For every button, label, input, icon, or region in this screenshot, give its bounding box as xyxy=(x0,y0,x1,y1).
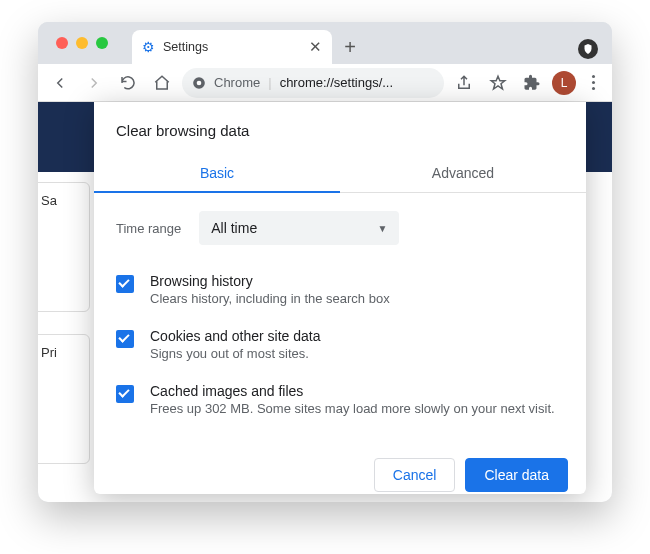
bookmark-button[interactable] xyxy=(484,69,512,97)
page-content: Sa Pri Clear browsing data Basic Advance… xyxy=(38,102,612,502)
bg-card: Sa xyxy=(38,182,90,312)
tab-title: Settings xyxy=(163,40,208,54)
gear-icon: ⚙ xyxy=(142,39,155,55)
back-button[interactable] xyxy=(46,69,74,97)
bg-card: Pri xyxy=(38,334,90,464)
share-button[interactable] xyxy=(450,69,478,97)
option-desc: Signs you out of most sites. xyxy=(150,346,320,363)
option-heading: Browsing history xyxy=(150,273,390,289)
chrome-icon xyxy=(192,76,206,90)
option-heading: Cached images and files xyxy=(150,383,555,399)
caret-down-icon: ▼ xyxy=(377,223,387,234)
separator: | xyxy=(268,75,271,90)
tab-advanced[interactable]: Advanced xyxy=(340,155,586,192)
time-range-select[interactable]: All time ▼ xyxy=(199,211,399,245)
reload-button[interactable] xyxy=(114,69,142,97)
forward-button[interactable] xyxy=(80,69,108,97)
toolbar: Chrome | chrome://settings/... L xyxy=(38,64,612,102)
option-heading: Cookies and other site data xyxy=(150,328,320,344)
home-button[interactable] xyxy=(148,69,176,97)
checkbox[interactable] xyxy=(116,275,134,293)
omnibox[interactable]: Chrome | chrome://settings/... xyxy=(182,68,444,98)
browser-window: ⚙ Settings ✕ + Chrome | chrome://setting… xyxy=(38,22,612,502)
omnibox-host: Chrome xyxy=(214,75,260,90)
avatar-initial: L xyxy=(561,76,568,90)
option-cookies: Cookies and other site data Signs you ou… xyxy=(116,318,564,373)
close-tab-icon[interactable]: ✕ xyxy=(309,38,322,56)
omnibox-path: chrome://settings/... xyxy=(280,75,393,90)
cancel-button[interactable]: Cancel xyxy=(374,458,456,492)
time-range-row: Time range All time ▼ xyxy=(116,211,564,245)
titlebar: ⚙ Settings ✕ + xyxy=(38,22,612,64)
time-range-value: All time xyxy=(211,220,257,236)
tab-basic[interactable]: Basic xyxy=(94,155,340,193)
option-desc: Frees up 302 MB. Some sites may load mor… xyxy=(150,401,555,418)
option-desc: Clears history, including in the search … xyxy=(150,291,390,308)
time-range-label: Time range xyxy=(116,221,181,236)
new-tab-button[interactable]: + xyxy=(336,33,364,61)
dialog-title: Clear browsing data xyxy=(94,102,586,155)
clear-data-button[interactable]: Clear data xyxy=(465,458,568,492)
checkbox[interactable] xyxy=(116,330,134,348)
profile-avatar[interactable]: L xyxy=(552,71,576,95)
dialog-tabs: Basic Advanced xyxy=(94,155,586,193)
dialog-body: Time range All time ▼ Browsing history C… xyxy=(94,193,586,446)
dialog-footer: Cancel Clear data xyxy=(94,446,586,502)
option-browsing-history: Browsing history Clears history, includi… xyxy=(116,263,564,318)
browser-tab[interactable]: ⚙ Settings ✕ xyxy=(132,30,332,64)
extensions-button[interactable] xyxy=(518,69,546,97)
clear-browsing-data-dialog: Clear browsing data Basic Advanced Time … xyxy=(94,102,586,494)
option-cache: Cached images and files Frees up 302 MB.… xyxy=(116,373,564,428)
overflow-menu-button[interactable] xyxy=(582,69,604,97)
close-window-button[interactable] xyxy=(56,37,68,49)
fullscreen-window-button[interactable] xyxy=(96,37,108,49)
incognito-icon[interactable] xyxy=(578,39,598,59)
minimize-window-button[interactable] xyxy=(76,37,88,49)
traffic-lights xyxy=(56,37,108,49)
svg-point-1 xyxy=(197,80,202,85)
checkbox[interactable] xyxy=(116,385,134,403)
